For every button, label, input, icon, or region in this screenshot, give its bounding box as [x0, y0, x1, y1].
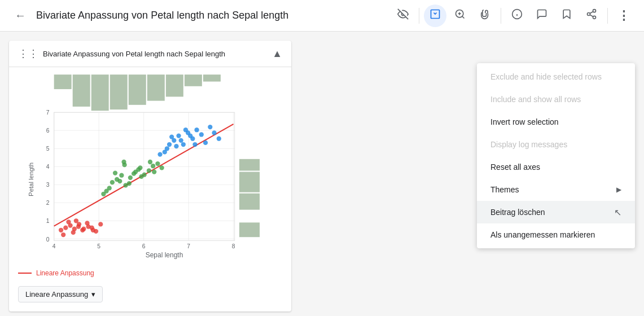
menu-item-reset[interactable]: Reset all axes [477, 156, 635, 178]
main-content: ⋮⋮ Bivariate Anpassung von Petal length … [0, 32, 644, 316]
svg-point-108 [179, 138, 183, 143]
toolbar-divider-2 [501, 8, 501, 24]
info-button[interactable] [506, 5, 528, 27]
svg-text:4: 4 [46, 164, 50, 170]
bookmark-icon [561, 8, 572, 23]
svg-point-63 [81, 227, 86, 231]
svg-rect-15 [73, 74, 90, 107]
svg-text:8: 8 [232, 243, 235, 249]
svg-rect-21 [185, 74, 202, 86]
svg-rect-19 [147, 74, 165, 100]
hide-rows-button[interactable] [392, 5, 414, 27]
chevron-down-icon: ▾ [91, 290, 95, 299]
zoom-button[interactable] [449, 5, 471, 27]
svg-point-101 [194, 128, 199, 132]
svg-point-102 [199, 132, 204, 137]
chart-panel: ⋮⋮ Bivariate Anpassung von Petal length … [9, 41, 291, 311]
share-button[interactable] [580, 5, 603, 27]
pan-button[interactable] [474, 5, 496, 27]
svg-point-114 [217, 137, 221, 141]
collapse-button[interactable]: ▲ [272, 48, 282, 60]
svg-point-105 [165, 146, 169, 151]
svg-point-113 [212, 130, 216, 135]
svg-rect-117 [239, 172, 260, 192]
menu-item-exclude[interactable]: Exclude and hide selected rows [477, 65, 635, 88]
svg-point-95 [167, 142, 172, 147]
menu-item-delete[interactable]: Beitrag löschen ↖ [477, 201, 635, 223]
svg-point-90 [121, 160, 126, 164]
svg-rect-14 [54, 74, 72, 89]
comment-button[interactable] [531, 5, 553, 27]
pan-icon [479, 8, 490, 23]
svg-rect-16 [91, 74, 109, 111]
hide-icon [397, 8, 409, 23]
svg-rect-17 [110, 74, 128, 109]
toolbar-divider-1 [419, 8, 419, 24]
svg-point-92 [148, 160, 152, 164]
svg-point-91 [139, 174, 143, 179]
svg-point-104 [157, 152, 162, 156]
page-title: Bivariate Anpassung von Petal length nac… [36, 10, 387, 21]
svg-point-80 [113, 170, 117, 175]
svg-text:4: 4 [52, 243, 56, 249]
bookmark-button[interactable] [555, 5, 578, 27]
chart-area: 0 1 2 3 4 5 6 7 4 5 6 7 8 [9, 67, 291, 265]
menu-item-delete-label: Beitrag löschen [490, 208, 545, 217]
svg-point-107 [174, 144, 178, 148]
svg-point-51 [59, 228, 63, 232]
menu-item-include-label: Include and show all rows [490, 95, 581, 104]
select-button[interactable] [424, 5, 446, 27]
svg-rect-20 [166, 74, 183, 96]
zoom-icon [454, 8, 466, 23]
svg-point-71 [119, 173, 124, 178]
toolbar-icons: ⋮ [392, 5, 635, 27]
toolbar: ← Bivariate Anpassung von Petal length n… [0, 0, 644, 32]
svg-text:6: 6 [142, 243, 146, 249]
back-button[interactable]: ← [9, 5, 32, 27]
svg-point-86 [155, 161, 160, 166]
more-button[interactable]: ⋮ [612, 5, 635, 27]
menu-item-report-label: Als unangemessen markieren [490, 230, 595, 239]
chart-legend: Lineare Anpassung [9, 265, 291, 284]
chart-drag-handle[interactable]: ⋮⋮ [18, 47, 38, 60]
menu-item-exclude-label: Exclude and hide selected rows [490, 72, 602, 81]
svg-point-83 [127, 181, 132, 186]
menu-item-reset-label: Reset all axes [490, 163, 540, 172]
menu-item-log[interactable]: Display log messages [477, 133, 635, 156]
back-icon: ← [15, 9, 26, 22]
svg-point-11 [593, 16, 596, 19]
menu-item-invert[interactable]: Invert row selection [477, 111, 635, 133]
svg-rect-22 [203, 74, 221, 81]
svg-point-77 [147, 168, 151, 173]
cursor-pointer-icon: ↖ [614, 207, 621, 218]
svg-point-110 [188, 133, 192, 138]
svg-point-66 [61, 232, 65, 237]
svg-text:7: 7 [46, 109, 50, 116]
svg-rect-18 [129, 74, 146, 105]
svg-text:6: 6 [46, 128, 50, 134]
svg-point-73 [128, 175, 133, 180]
menu-item-invert-label: Invert row selection [490, 117, 559, 126]
svg-point-52 [63, 226, 68, 230]
menu-item-themes[interactable]: Themes ▶ [477, 178, 635, 201]
svg-point-98 [181, 142, 186, 147]
svg-text:5: 5 [97, 243, 100, 249]
menu-item-log-label: Display log messages [490, 140, 567, 149]
svg-point-68 [98, 222, 103, 226]
svg-text:0: 0 [46, 236, 50, 243]
svg-point-111 [192, 142, 197, 147]
svg-text:5: 5 [46, 146, 50, 152]
chart-header: ⋮⋮ Bivariate Anpassung von Petal length … [9, 41, 291, 67]
svg-point-84 [132, 172, 136, 176]
context-menu: Exclude and hide selected rows Include a… [477, 63, 635, 248]
info-icon [511, 8, 523, 23]
svg-point-60 [66, 220, 71, 224]
menu-item-report[interactable]: Als unangemessen markieren [477, 223, 635, 246]
fit-type-dropdown[interactable]: Lineare Anpassung ▾ [18, 286, 103, 302]
svg-point-85 [136, 167, 141, 172]
svg-line-13 [590, 11, 593, 13]
menu-item-include[interactable]: Include and show all rows [477, 88, 635, 111]
dropdown-label: Lineare Anpassung [25, 290, 88, 299]
svg-text:3: 3 [46, 182, 50, 188]
scatter-plot: 0 1 2 3 4 5 6 7 4 5 6 7 8 [18, 72, 282, 252]
